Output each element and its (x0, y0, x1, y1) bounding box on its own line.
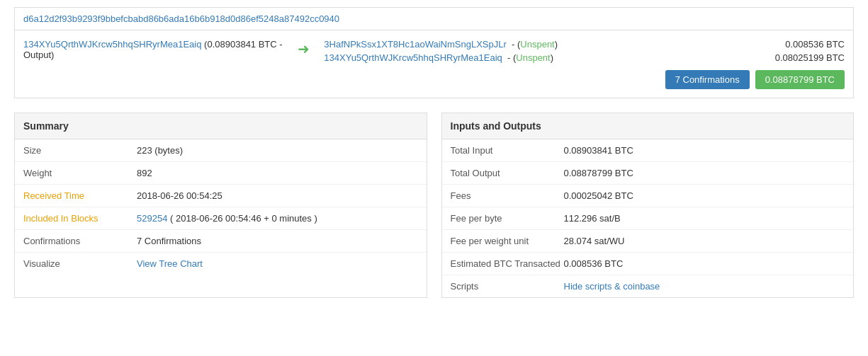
output-row-2: 134XYu5QrthWJKrcw5hhqSHRyrMea1Eaiq - (Un… (324, 52, 845, 63)
io-label-total-input: Total Input (451, 145, 564, 156)
summary-value-included-blocks: 529254 ( 2018-06-26 00:54:46 + 0 minutes… (137, 213, 418, 224)
io-label-fee-per-byte: Fee per byte (451, 213, 564, 224)
io-row-scripts: Scripts Hide scripts & coinbase (442, 275, 854, 297)
summary-label-received-time: Received Time (23, 190, 137, 201)
summary-row-received-time: Received Time 2018-06-26 00:54:25 (15, 185, 427, 207)
total-btc-button[interactable]: 0.08878799 BTC (755, 70, 845, 89)
summary-row-included-blocks: Included In Blocks 529254 ( 2018-06-26 0… (15, 207, 427, 230)
summary-label-weight: Weight (23, 168, 137, 178)
io-label-fee-per-weight: Fee per weight unit (451, 236, 564, 246)
io-row-total-output: Total Output 0.08878799 BTC (442, 162, 854, 185)
summary-panel: Summary Size 223 (bytes) Weight 892 Rece… (14, 113, 427, 298)
output1-status: Unspent (520, 39, 554, 50)
summary-label-confirmations: Confirmations (23, 236, 137, 246)
summary-value-visualize: View Tree Chart (137, 258, 418, 269)
output2-left: 134XYu5QrthWJKrcw5hhqSHRyrMea1Eaiq - (Un… (324, 52, 553, 63)
output1-address-link[interactable]: 3HafNPkSsx1XT8Hc1aoWaiNmSngLXSpJLr (324, 39, 506, 50)
io-label-fees: Fees (451, 190, 564, 201)
io-value-fee-per-weight: 28.074 sat/WU (564, 236, 845, 246)
output2-address-link[interactable]: 134XYu5QrthWJKrcw5hhqSHRyrMea1Eaiq (324, 52, 502, 63)
view-tree-chart-link[interactable]: View Tree Chart (137, 258, 203, 269)
summary-label-included-blocks: Included In Blocks (23, 213, 137, 224)
summary-row-size: Size 223 (bytes) (15, 139, 427, 162)
io-row-fee-per-weight: Fee per weight unit 28.074 sat/WU (442, 230, 854, 253)
summary-row-confirmations: Confirmations 7 Confirmations (15, 230, 427, 253)
summary-value-confirmations: 7 Confirmations (137, 236, 418, 246)
summary-value-size: 223 (bytes) (137, 145, 418, 156)
io-label-estimated-btc: Estimated BTC Transacted (451, 258, 564, 269)
io-row-fee-per-byte: Fee per byte 112.296 sat/B (442, 207, 854, 230)
summary-label-visualize: Visualize (23, 258, 137, 269)
io-value-scripts: Hide scripts & coinbase (564, 281, 845, 292)
arrow-col: ➜ (283, 39, 324, 56)
summary-row-weight: Weight 892 (15, 162, 427, 185)
page-wrapper: d6a12d2f93b9293f9bbefcbabd86b6ada16b6b91… (0, 0, 868, 305)
confirmations-row: 7 Confirmations 0.08878799 BTC (324, 70, 845, 89)
io-value-fees: 0.00025042 BTC (564, 190, 845, 201)
io-row-fees: Fees 0.00025042 BTC (442, 185, 854, 207)
io-value-total-output: 0.08878799 BTC (564, 168, 845, 178)
arrow-right-icon: ➜ (298, 42, 310, 56)
input-address-link[interactable]: 134XYu5QrthWJKrcw5hhqSHRyrMea1Eaiq (23, 39, 201, 50)
inputs-outputs-panel-header: Inputs and Outputs (442, 113, 854, 139)
summary-row-visualize: Visualize View Tree Chart (15, 253, 427, 275)
hide-scripts-link[interactable]: Hide scripts & coinbase (564, 281, 660, 292)
inputs-outputs-panel: Inputs and Outputs Total Input 0.0890384… (441, 113, 855, 298)
io-value-total-input: 0.08903841 BTC (564, 145, 845, 156)
tx-io-section: 134XYu5QrthWJKrcw5hhqSHRyrMea1Eaiq (0.08… (14, 30, 854, 98)
tx-output-side: 3HafNPkSsx1XT8Hc1aoWaiNmSngLXSpJLr - (Un… (324, 39, 845, 89)
summary-value-received-time: 2018-06-26 00:54:25 (137, 190, 418, 201)
output2-status: Unspent (516, 52, 550, 63)
summary-panel-header: Summary (15, 113, 427, 139)
summary-label-size: Size (23, 145, 137, 156)
block-link[interactable]: 529254 (137, 213, 167, 224)
io-row-estimated-btc: Estimated BTC Transacted 0.008536 BTC (442, 253, 854, 275)
tx-hash-link[interactable]: d6a12d2f93b9293f9bbefcbabd86b6ada16b6b91… (23, 13, 339, 24)
tx-input-side: 134XYu5QrthWJKrcw5hhqSHRyrMea1Eaiq (0.08… (23, 39, 283, 60)
io-label-total-output: Total Output (451, 168, 564, 178)
io-value-fee-per-byte: 112.296 sat/B (564, 213, 845, 224)
output1-amount: 0.008536 BTC (771, 39, 845, 50)
bottom-grid: Summary Size 223 (bytes) Weight 892 Rece… (14, 113, 854, 298)
output1-left: 3HafNPkSsx1XT8Hc1aoWaiNmSngLXSpJLr - (Un… (324, 39, 558, 50)
output2-amount: 0.08025199 BTC (761, 52, 845, 63)
tx-hash-bar: d6a12d2f93b9293f9bbefcbabd86b6ada16b6b91… (14, 7, 854, 30)
summary-value-weight: 892 (137, 168, 418, 178)
io-row-total-input: Total Input 0.08903841 BTC (442, 139, 854, 162)
output-row-1: 3HafNPkSsx1XT8Hc1aoWaiNmSngLXSpJLr - (Un… (324, 39, 845, 50)
io-value-estimated-btc: 0.008536 BTC (564, 258, 845, 269)
io-label-scripts: Scripts (451, 281, 564, 292)
confirmations-button[interactable]: 7 Confirmations (665, 70, 750, 89)
